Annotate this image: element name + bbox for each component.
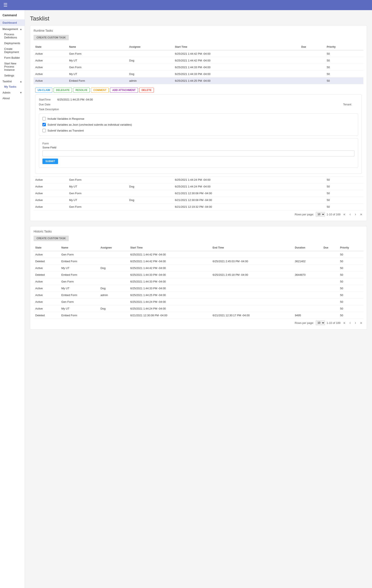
sidebar-item-settings[interactable]: Settings — [0, 73, 25, 78]
runtime-table-row[interactable]: Active My UT Dog 6/25/2021 1:44:42 PM -0… — [33, 57, 363, 64]
rt-due-1 — [300, 57, 325, 64]
submit-transient-checkbox[interactable] — [42, 129, 46, 132]
rows-per-page-select-historic[interactable]: 10 25 50 — [316, 321, 325, 325]
ht-priority-0: 50 — [339, 251, 363, 258]
ht-assignee-2: Dog — [99, 265, 128, 272]
rt-assignee-0 — [127, 50, 173, 57]
page-title: Tasklist — [30, 15, 367, 22]
hcol-state: State — [33, 244, 60, 251]
runtime-table-row[interactable]: Active Embed Form admin 6/25/2021 1:44:2… — [33, 77, 363, 84]
historic-table-row[interactable]: Deleted Embed Form 6/21/2021 12:30:08 PM… — [33, 312, 363, 319]
create-custom-task-btn-historic[interactable]: CREATE CUSTOM TASK — [33, 236, 69, 241]
ht-duration-6 — [293, 292, 322, 299]
comment-btn[interactable]: COMMENT — [91, 88, 109, 93]
rt-priority-1: 50 — [325, 57, 363, 64]
rt-start-time-8: 6/21/2021 12:30:08 PM -04:00 — [173, 197, 300, 204]
ht-duration-8 — [293, 305, 322, 312]
rt-name-0: Gen Form — [68, 50, 128, 57]
sidebar-item-process-definitions[interactable]: Process Definitions — [0, 32, 25, 40]
include-variables-checkbox[interactable] — [42, 117, 46, 120]
hamburger-icon[interactable]: ☰ — [3, 2, 8, 8]
sidebar-item-dashboard[interactable]: Dashboard — [0, 20, 25, 26]
ht-assignee-0 — [99, 251, 128, 258]
first-page-btn-runtime[interactable]: « — [342, 212, 347, 217]
next-page-btn-runtime[interactable]: › — [354, 212, 357, 217]
rt-assignee-7 — [127, 190, 173, 197]
delegate-btn[interactable]: DELEGATE — [54, 88, 72, 93]
historic-table-row[interactable]: Active Gen Form 6/25/2021 1:44:33 PM -04… — [33, 278, 363, 285]
rt-state-4: Active — [33, 77, 68, 84]
next-page-btn-historic[interactable]: › — [354, 321, 357, 325]
rt-name-8: My UT — [68, 197, 128, 204]
sidebar-item-start-new-process[interactable]: Start New Process Instance — [0, 61, 25, 73]
ht-end-time-4 — [211, 278, 293, 285]
historic-table-row[interactable]: Active Embed Form admin 6/25/2021 1:44:2… — [33, 292, 363, 299]
sidebar-item-about[interactable]: About — [0, 95, 25, 102]
create-custom-task-btn-runtime[interactable]: CREATE CUSTOM TASK — [33, 35, 69, 40]
runtime-table-row[interactable]: Active Gen Form 6/25/2021 1:44:24 PM -04… — [33, 177, 363, 183]
submit-form-btn[interactable]: Submit — [42, 158, 58, 164]
ht-state-0: Active — [33, 251, 60, 258]
runtime-tasks-table: State Name Assignee Start Time Due Prior… — [33, 44, 363, 210]
last-page-btn-runtime[interactable]: » — [359, 212, 363, 217]
some-field-input[interactable] — [42, 150, 354, 157]
prev-page-btn-runtime[interactable]: ‹ — [348, 212, 352, 217]
sidebar-item-deployments[interactable]: Deployments — [0, 40, 25, 46]
first-page-btn-historic[interactable]: « — [342, 321, 347, 325]
historic-table-row[interactable]: Active My UT Dog 6/25/2021 1:44:24 PM -0… — [33, 305, 363, 312]
rt-name-7: Gen Form — [68, 190, 128, 197]
rt-due-4 — [300, 77, 325, 84]
rt-name-1: My UT — [68, 57, 128, 64]
ht-state-7: Active — [33, 299, 60, 305]
sidebar-item-form-builder[interactable]: Form Builder — [0, 55, 25, 61]
runtime-table-row[interactable]: Active Gen Form 6/25/2021 1:44:33 PM -04… — [33, 64, 363, 71]
ht-end-time-3: 6/25/2021 2:45:18 PM -04:00 — [211, 272, 293, 278]
rt-start-time-0: 6/25/2021 1:44:42 PM -04:00 — [173, 50, 300, 57]
tasklist-collapse-icon[interactable]: ▲ — [20, 80, 22, 83]
col-start-time: Start Time — [173, 44, 300, 50]
rt-priority-9: 50 — [325, 204, 363, 210]
resolve-btn[interactable]: RESOLVE — [73, 88, 90, 93]
rt-due-7 — [300, 190, 325, 197]
historic-table-row[interactable]: Active Gen Form 6/25/2021 1:44:24 PM -04… — [33, 299, 363, 305]
ht-name-2: My UT — [60, 265, 99, 272]
rt-name-3: My UT — [68, 71, 128, 77]
historic-table-row[interactable]: Deleted Embed Form 6/25/2021 1:44:33 PM … — [33, 272, 363, 278]
prev-page-btn-historic[interactable]: ‹ — [348, 321, 352, 325]
admin-collapse-icon[interactable]: ▼ — [20, 91, 22, 94]
ht-name-6: Embed Form — [60, 292, 99, 299]
runtime-table-row[interactable]: Active My UT Dog 6/21/2021 12:30:08 PM -… — [33, 197, 363, 204]
unclaim-btn[interactable]: UN-CLAIM — [35, 88, 52, 93]
col-name: Name — [68, 44, 128, 50]
historic-table-row[interactable]: Deleted Embed Form 6/25/2021 1:44:42 PM … — [33, 258, 363, 265]
historic-table-row[interactable]: Active Gen Form 6/25/2021 1:44:42 PM -04… — [33, 251, 363, 258]
management-collapse-icon[interactable]: ▲ — [20, 28, 22, 31]
runtime-table-row[interactable]: Active My UT Dog 6/25/2021 1:44:33 PM -0… — [33, 71, 363, 77]
rt-state-8: Active — [33, 197, 68, 204]
sidebar-item-create-deployment[interactable]: Create Deployment — [0, 46, 25, 55]
add-attachment-btn[interactable]: ADD ATTACHMENT — [110, 88, 138, 93]
rt-state-9: Active — [33, 204, 68, 210]
last-page-btn-historic[interactable]: » — [359, 321, 363, 325]
historic-table-row[interactable]: Active My UT Dog 6/25/2021 1:44:33 PM -0… — [33, 285, 363, 292]
hcol-start-time: Start Time — [128, 244, 211, 251]
ht-priority-5: 50 — [339, 285, 363, 292]
ht-state-5: Active — [33, 285, 60, 292]
rows-per-page-select-runtime[interactable]: 10 25 50 — [316, 212, 325, 217]
ht-priority-6: 50 — [339, 292, 363, 299]
rt-priority-8: 50 — [325, 197, 363, 204]
historic-table-row[interactable]: Active My UT Dog 6/25/2021 1:44:42 PM -0… — [33, 265, 363, 272]
runtime-table-row[interactable]: Active Gen Form 6/21/2021 12:30:08 PM -0… — [33, 190, 363, 197]
rt-state-1: Active — [33, 57, 68, 64]
delete-btn[interactable]: DELETE — [139, 88, 154, 93]
runtime-table-row[interactable]: Active My UT Dog 6/25/2021 1:44:24 PM -0… — [33, 183, 363, 190]
ht-state-8: Active — [33, 305, 60, 312]
rt-state-6: Active — [33, 183, 68, 190]
rt-priority-7: 50 — [325, 190, 363, 197]
sidebar-item-my-tasks[interactable]: My Tasks — [0, 84, 25, 90]
ht-end-time-5 — [211, 285, 293, 292]
runtime-table-row[interactable]: Active Gen Form 6/21/2021 12:19:32 PM -0… — [33, 204, 363, 210]
submit-json-checkbox[interactable] — [42, 123, 46, 126]
rows-per-page-label: Rows per page: — [295, 213, 314, 216]
runtime-table-row[interactable]: Active Gen Form 6/25/2021 1:44:42 PM -04… — [33, 50, 363, 57]
